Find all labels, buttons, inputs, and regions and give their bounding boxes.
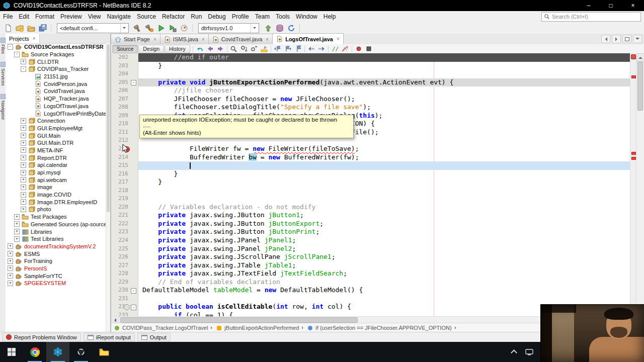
menu-view[interactable]: View: [85, 12, 104, 21]
config-combo[interactable]: <default confi...: [57, 23, 129, 33]
database-button[interactable]: [274, 23, 285, 33]
tree-node[interactable]: +CLI.DTR: [6, 58, 106, 65]
tree-node[interactable]: +api.webcam: [6, 176, 106, 184]
scroll-left-icon[interactable]: [111, 317, 119, 323]
tree-node[interactable]: +GUI.Main: [6, 132, 106, 139]
tree-node[interactable]: +Report.DTR: [6, 154, 106, 161]
code-line[interactable]: private javax.swing.JPanel jPanel1;: [138, 236, 630, 245]
expand-handle[interactable]: +: [8, 281, 13, 286]
view-history-button[interactable]: History: [165, 45, 190, 53]
expand-handle[interactable]: +: [8, 243, 13, 249]
scroll-up-icon[interactable]: [636, 53, 644, 62]
close-tab-icon[interactable]: ×: [337, 36, 340, 42]
fold-collapse-icon[interactable]: -: [131, 288, 136, 294]
editor-tab-isms-java[interactable]: ISMS.java×: [160, 34, 209, 44]
tree-node[interactable]: +SPGEESYSTEM: [6, 280, 106, 287]
tree-node[interactable]: 21151.jpg: [6, 73, 106, 80]
tree-node[interactable]: +Test Libraries: [6, 235, 106, 243]
macro-record-button[interactable]: [354, 45, 364, 53]
open-project-button[interactable]: [25, 23, 37, 33]
search-box[interactable]: Search (Ctrl+I): [541, 12, 641, 22]
code-line[interactable]: //end if outer: [138, 53, 630, 62]
code-line[interactable]: }: [138, 62, 630, 70]
expand-handle[interactable]: +: [14, 214, 20, 220]
shift-right-button[interactable]: [316, 45, 327, 53]
debug-project-button[interactable]: [167, 23, 178, 33]
menu-team[interactable]: Team: [252, 12, 273, 21]
error-stripe-mark[interactable]: [631, 157, 636, 160]
rail-tab-files[interactable]: Files: [1, 38, 6, 54]
statusbar-ireport-output-button[interactable]: iReport output: [84, 333, 135, 341]
expand-handle[interactable]: +: [8, 273, 13, 279]
code-line[interactable]: private javax.swing.JButton jButtonExpor…: [138, 220, 630, 228]
tree-node[interactable]: +photo: [6, 206, 106, 213]
expand-handle[interactable]: +: [14, 221, 20, 227]
code-line[interactable]: private javax.swing.JButton jButton1;: [138, 211, 630, 220]
tree-node[interactable]: +api.calendar: [6, 161, 106, 169]
tray-expand-button[interactable]: [512, 349, 516, 355]
menu-source[interactable]: Source: [134, 12, 159, 21]
code-line[interactable]: private javax.swing.JTextField jTextFiel…: [138, 269, 630, 278]
tree-node[interactable]: +META-INF: [6, 147, 106, 154]
taskbar-obs-button[interactable]: [69, 342, 93, 362]
expand-handle[interactable]: +: [8, 258, 13, 264]
tree-node[interactable]: +Generated Sources (ap-source-ou...: [6, 221, 106, 228]
menu-window[interactable]: Window: [293, 12, 320, 21]
tree-node[interactable]: LogsOfTravel.java: [6, 103, 106, 110]
tree-node[interactable]: HQP_Tracker.java: [6, 95, 106, 103]
previous-bookmark-button[interactable]: [273, 45, 283, 53]
code-line[interactable]: [138, 70, 630, 78]
menu-run[interactable]: Run: [188, 12, 205, 21]
fold-collapse-icon[interactable]: -: [131, 80, 136, 85]
forward-button[interactable]: [215, 45, 225, 53]
code-line[interactable]: private void jButtonExportActionPerforme…: [138, 78, 630, 87]
expand-handle[interactable]: +: [8, 251, 13, 256]
tree-node[interactable]: +SampleForYTC: [6, 272, 106, 280]
tree-node[interactable]: CovidPerson.java: [6, 80, 106, 87]
toggle-highlight-button[interactable]: [259, 45, 269, 53]
code-editor[interactable]: //end if outer } private void jButtonExp…: [138, 53, 630, 317]
tree-node[interactable]: -Source Packages: [6, 51, 106, 58]
expand-handle[interactable]: +: [21, 118, 26, 124]
find-previous-button[interactable]: [249, 45, 259, 53]
close-button[interactable]: ×: [622, 0, 644, 11]
menu-debug[interactable]: Debug: [205, 12, 228, 21]
expand-handle[interactable]: +: [21, 207, 26, 212]
editor-tab-logsoftravel-java[interactable]: LogsOfTravel.java×: [272, 33, 344, 44]
tree-node[interactable]: -COVID19ContactLessDTRFSR: [6, 43, 106, 51]
clean-build-project-button[interactable]: [143, 23, 155, 33]
expand-handle[interactable]: +: [21, 125, 26, 131]
expand-handle[interactable]: +: [21, 170, 26, 175]
error-stripe[interactable]: [630, 53, 636, 317]
run-project-button[interactable]: [155, 23, 167, 33]
new-project-button[interactable]: [14, 23, 25, 33]
new-file-button[interactable]: [2, 23, 14, 33]
tree-node[interactable]: +GUI.Main.DTR: [6, 139, 106, 147]
services-refresh-button[interactable]: [285, 23, 297, 33]
file-error-status-icon[interactable]: [631, 54, 636, 59]
breadcrumb-item[interactable]: COVIDPass_Tracker.LogsOfTravel: [122, 325, 208, 331]
minimize-button[interactable]: –: [578, 0, 600, 11]
tree-node[interactable]: +Libraries: [6, 228, 106, 235]
profile-project-button[interactable]: [178, 23, 190, 33]
code-line[interactable]: private javax.swing.JTable jTable1;: [138, 261, 630, 270]
deploy-button[interactable]: [262, 23, 274, 33]
projects-scrollbar[interactable]: [106, 43, 110, 332]
expand-handle[interactable]: +: [21, 155, 26, 160]
menu-edit[interactable]: Edit: [16, 12, 32, 21]
scroll-tabs-right-button[interactable]: [612, 35, 621, 43]
scroll-tabs-left-button[interactable]: [601, 35, 610, 43]
breadcrumb-item[interactable]: jButtonExportActionPerformed: [224, 325, 299, 331]
code-line[interactable]: [138, 195, 630, 203]
fold-collapse-icon[interactable]: -: [131, 305, 136, 310]
shift-left-button[interactable]: [306, 45, 316, 53]
code-line[interactable]: private javax.swing.JPanel jPanel2;: [138, 245, 630, 253]
scrollbar-thumb[interactable]: [637, 62, 643, 111]
code-line[interactable]: // End of variables declaration: [138, 278, 630, 287]
rail-tab-navigator[interactable]: Navigator: [1, 94, 6, 120]
code-line[interactable]: DefaultTableModel tableModel = new Defau…: [138, 286, 630, 295]
code-line[interactable]: JFileChooser fileChooser = new JFileChoo…: [138, 95, 630, 104]
tree-node[interactable]: LogsOfTravelPrintByDate.ja...: [6, 110, 106, 117]
expand-handle[interactable]: +: [8, 265, 13, 271]
maximize-button[interactable]: □: [600, 0, 622, 11]
